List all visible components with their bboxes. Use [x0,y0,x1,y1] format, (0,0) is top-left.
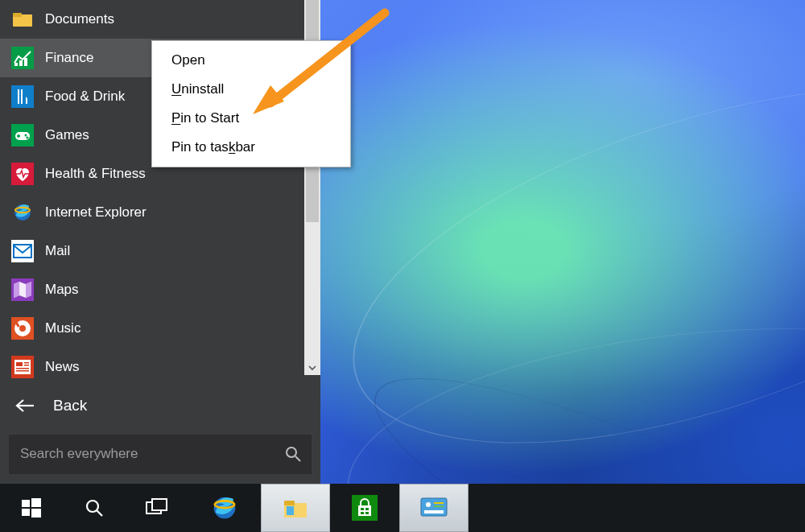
app-label: Internet Explorer [45,204,147,221]
svg-rect-4 [24,58,27,66]
svg-point-49 [426,502,431,507]
taskbar-ie-button[interactable] [188,484,261,532]
ie-icon [211,494,238,522]
svg-rect-9 [17,135,20,137]
app-item-news[interactable]: News [0,348,320,381]
svg-point-11 [27,137,29,139]
svg-rect-46 [365,512,369,514]
app-item-mail[interactable]: Mail [0,232,320,270]
svg-rect-1 [13,13,22,17]
svg-rect-6 [21,89,23,104]
app-label: News [45,359,80,375]
search-input[interactable] [9,435,275,474]
svg-line-34 [97,510,102,516]
app-label: Games [45,127,89,143]
app-label: Food & Drink [45,89,125,105]
svg-line-26 [295,456,300,461]
svg-point-33 [87,501,98,512]
ctx-open[interactable]: Open [152,46,350,75]
svg-rect-29 [22,500,30,507]
maps-icon [11,278,34,301]
health-icon [11,163,34,185]
svg-rect-51 [434,505,444,507]
taskbar-store-button[interactable] [330,484,399,532]
app-label: Finance [45,50,93,66]
search-button[interactable] [275,435,312,474]
svg-rect-50 [434,502,444,504]
svg-point-10 [25,134,27,137]
svg-rect-5 [18,89,19,104]
start-button[interactable] [0,484,63,532]
svg-rect-3 [19,60,23,66]
svg-rect-36 [152,499,167,510]
svg-rect-31 [22,509,30,516]
back-label: Back [53,397,87,414]
games-icon [11,124,34,146]
app-label: Health & Fitness [45,166,146,182]
app-item-documents[interactable]: Documents [0,0,320,39]
search-icon [83,497,105,519]
back-button[interactable]: Back [0,381,320,429]
scrollbar-down-button[interactable] [304,361,320,375]
taskbar [0,484,805,532]
svg-rect-43 [361,508,364,510]
store-icon [349,492,381,524]
app-label: Maps [45,282,79,298]
taskview-icon [145,497,169,518]
app-item-maps[interactable]: Maps [0,270,320,309]
controlpanel-icon [419,495,449,521]
svg-point-25 [287,447,296,457]
svg-rect-18 [14,360,31,374]
svg-rect-23 [24,365,29,366]
taskbar-file-explorer-button[interactable] [261,484,330,532]
app-item-music[interactable]: Music [0,309,320,348]
app-label: Music [45,320,80,336]
windows-logo-icon [20,497,43,519]
food-icon [11,85,34,108]
app-label: Documents [45,11,114,27]
svg-rect-14 [14,245,31,258]
back-arrow-icon [14,398,35,414]
music-icon [11,317,34,340]
ie-icon [11,201,34,224]
svg-point-16 [19,325,26,332]
svg-rect-52 [424,510,444,513]
svg-rect-44 [365,508,369,510]
svg-rect-21 [16,370,29,372]
svg-rect-22 [24,362,29,364]
news-icon [11,356,34,378]
search-icon [284,445,302,463]
context-menu: Open Uninstall Pin to Start Pin to taskb… [151,40,351,167]
svg-rect-32 [31,509,41,518]
svg-rect-19 [16,362,23,366]
taskbar-control-panel-button[interactable] [399,484,469,532]
task-view-button[interactable] [126,484,188,532]
ctx-pin-to-start[interactable]: Pin to Start [152,104,350,133]
app-label: Mail [45,243,70,259]
ctx-pin-to-taskbar[interactable]: Pin to taskbar [152,133,350,162]
svg-rect-40 [284,501,295,505]
finance-icon [11,47,34,69]
app-item-ie[interactable]: Internet Explorer [0,193,320,232]
svg-rect-2 [14,63,18,66]
taskbar-search-button[interactable] [63,484,126,532]
svg-rect-45 [361,512,364,514]
svg-rect-20 [16,368,29,369]
ctx-uninstall[interactable]: Uninstall [152,75,350,104]
folder-icon [11,8,34,31]
mail-icon [11,240,34,262]
svg-rect-30 [31,498,41,507]
svg-rect-41 [287,506,294,515]
explorer-icon [282,496,309,520]
search-box[interactable] [9,435,312,474]
